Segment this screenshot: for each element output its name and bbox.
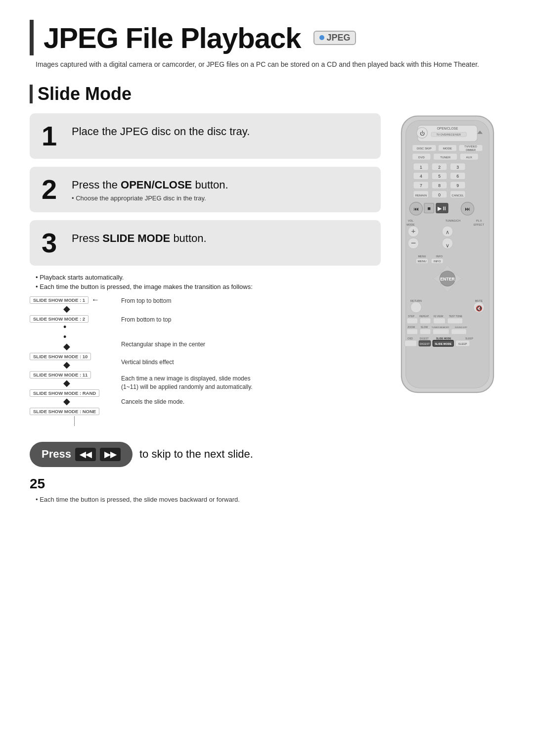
svg-text:■: ■	[427, 205, 431, 211]
connector-line	[74, 416, 75, 426]
slide-transition-table: SLIDE SHOW MODE : 1 ← ◆ SLIDE SHOW MODE …	[30, 295, 381, 427]
svg-text:OSD: OSD	[407, 337, 413, 340]
mode-row-1: SLIDE SHOW MODE : 1 ← ◆	[30, 295, 121, 314]
svg-text:TUNER: TUNER	[440, 156, 450, 159]
svg-text:3: 3	[456, 165, 459, 170]
svg-text:+: +	[411, 227, 416, 235]
mode-chip-11: SLIDE SHOW MODE : 11	[30, 371, 91, 378]
svg-text:TV/VIDEO: TV/VIDEO	[464, 145, 477, 148]
arrow-left-indicator: ←	[91, 295, 99, 304]
step-3-number: 3	[42, 229, 64, 257]
svg-rect-88	[407, 318, 418, 324]
svg-text:MENU: MENU	[418, 255, 426, 258]
desc-mode-2: From bottom to top	[121, 316, 381, 323]
svg-text:DIMMER: DIMMER	[466, 149, 476, 151]
svg-text:TEST TONE: TEST TONE	[449, 315, 463, 318]
svg-rect-104	[404, 340, 416, 346]
step-3-box: 3 Press SLIDE MODE button.	[30, 220, 381, 266]
press-skip-text: to skip to the next slide.	[139, 448, 253, 461]
svg-text:▶⏸: ▶⏸	[438, 205, 447, 211]
svg-text:−: −	[411, 238, 416, 248]
press-skip-wrapper: Press ◀◀ ▶▶ to skip to the next slide.	[30, 442, 381, 467]
bullet-notes: Playback starts automatically. Each time…	[36, 274, 381, 290]
title-section: JPEG File Playback JPEG	[30, 20, 504, 55]
mode-row-11: SLIDE SHOW MODE : 11 ◆	[30, 371, 121, 388]
svg-text:∨: ∨	[445, 242, 449, 248]
bullet-note-2: Each time the button is pressed, the ima…	[36, 283, 381, 290]
svg-text:AUX: AUX	[466, 156, 472, 159]
svg-text:EFFECT: EFFECT	[474, 223, 485, 226]
jpeg-badge: JPEG	[313, 31, 356, 45]
svg-text:∧: ∧	[445, 229, 449, 235]
svg-text:⏮: ⏮	[413, 206, 419, 212]
mode-chip-none: SLIDE SHOW MODE : NONE	[30, 408, 99, 415]
section-bar-decoration	[30, 85, 33, 103]
svg-text:DISC SKIP: DISC SKIP	[417, 147, 432, 150]
press-word: Press	[42, 448, 71, 461]
diamond-10: ◆	[63, 360, 121, 370]
svg-text:INFO: INFO	[434, 260, 441, 263]
svg-rect-90	[434, 318, 445, 324]
mode-chip-1: SLIDE SHOW MODE : 1	[30, 296, 89, 304]
page-number: 25	[30, 476, 381, 492]
svg-text:7: 7	[420, 183, 422, 188]
svg-text:MODE: MODE	[406, 223, 415, 226]
svg-text:SLEEP: SLEEP	[458, 342, 467, 345]
svg-text:SOUND EFF: SOUND EFF	[455, 326, 468, 329]
svg-text:PL II: PL II	[476, 219, 482, 222]
svg-text:⏻: ⏻	[420, 131, 425, 136]
diamond-rand: ◆	[63, 397, 121, 407]
step-2-text: Press the OPEN/CLOSE button.	[72, 179, 369, 191]
mode-column: SLIDE SHOW MODE : 1 ← ◆ SLIDE SHOW MODE …	[30, 295, 121, 427]
svg-text:ENTER: ENTER	[440, 277, 455, 282]
desc-mode-rand: Each time a new image is displayed, slid…	[121, 375, 381, 391]
desc-mode-1: From top to bottom	[121, 297, 381, 304]
section-title: Slide Mode	[38, 84, 132, 104]
page: JPEG File Playback JPEG Images captured …	[0, 0, 534, 533]
main-layout: 1 Place the JPEG disc on the disc tray. …	[30, 113, 504, 503]
svg-text:1: 1	[420, 165, 422, 170]
title-bar-decoration	[30, 20, 34, 55]
svg-text:SLOW: SLOW	[421, 326, 428, 329]
svg-rect-97	[420, 329, 431, 334]
page-title: JPEG File Playback	[44, 21, 301, 54]
badge-dot	[319, 35, 324, 40]
svg-text:SLEEP: SLEEP	[465, 337, 474, 340]
svg-text:REMAIN: REMAIN	[415, 194, 427, 197]
svg-text:🔇: 🔇	[476, 305, 483, 312]
svg-text:9: 9	[456, 183, 459, 188]
prev-button-icon: ◀◀	[75, 448, 96, 461]
svg-text:MODE: MODE	[443, 147, 452, 150]
svg-text:STEP: STEP	[408, 315, 415, 318]
diamond-3: •	[63, 332, 121, 342]
svg-text:DIGEST: DIGEST	[420, 337, 429, 340]
diamond-11: ◆	[63, 378, 121, 388]
step-1-text: Place the JPEG disc on the disc tray.	[72, 125, 369, 138]
step-3-content: Press SLIDE MODE button.	[72, 229, 369, 248]
svg-text:6: 6	[456, 174, 459, 179]
svg-text:TUNING/CH: TUNING/CH	[445, 219, 460, 222]
svg-text:2: 2	[438, 165, 441, 170]
svg-rect-96	[407, 329, 418, 334]
section-heading: Slide Mode	[30, 84, 504, 104]
svg-rect-91	[447, 318, 463, 324]
svg-text:MENU: MENU	[418, 260, 427, 263]
svg-text:REPEAT: REPEAT	[419, 315, 429, 318]
svg-point-81	[411, 302, 422, 313]
mode-row-rand: SLIDE SHOW MODE : RAND ◆	[30, 389, 121, 407]
svg-text:TUNER MEMORY: TUNER MEMORY	[432, 326, 449, 329]
svg-text:4: 4	[420, 174, 422, 179]
bullet-note-1: Playback starts automatically.	[36, 274, 381, 281]
svg-text:⏭: ⏭	[465, 206, 470, 212]
press-footnote: Each time the button is pressed, the sli…	[36, 496, 381, 503]
remote-column: OPEN/CLOSE ⏻ TV DVD/RECEIVER DISC SKIP M…	[391, 113, 504, 397]
diamond-1: ◆	[63, 304, 121, 314]
descriptions-column: From top to bottom From bottom to top Re…	[121, 295, 381, 427]
svg-text:INFO: INFO	[436, 255, 443, 258]
desc-mode-10: Rectangular shape in the center	[121, 341, 381, 348]
mode-chip-2: SLIDE SHOW MODE : 2	[30, 315, 89, 323]
desc-mode-none: Cancels the slide mode.	[121, 398, 381, 405]
next-button-icon: ▶▶	[100, 448, 121, 461]
mode-chip-10: SLIDE SHOW MODE : 10	[30, 353, 91, 360]
svg-text:OPEN/CLOSE: OPEN/CLOSE	[437, 127, 458, 130]
